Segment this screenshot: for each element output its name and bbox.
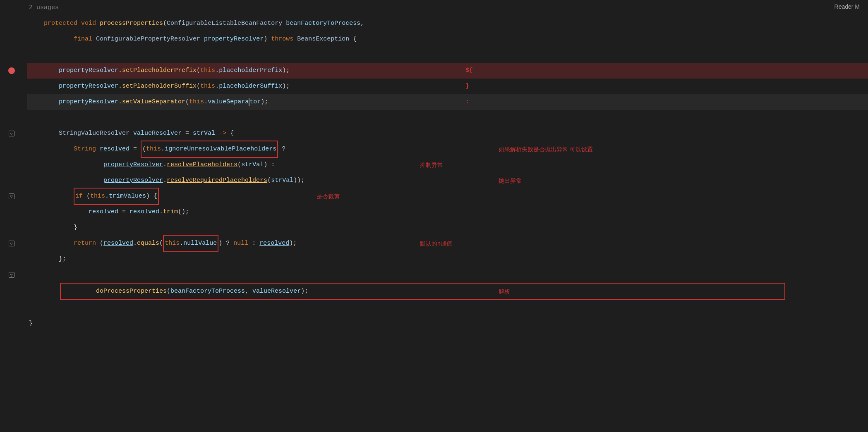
gutter-line-15	[0, 220, 23, 236]
gutter: ▽ ▽ ▽ ▽	[0, 0, 23, 432]
gutter-fold-2[interactable]: ▽	[0, 189, 23, 204]
set-separator-fn: setValueSeparator	[122, 94, 185, 110]
dot3: .	[118, 79, 122, 94]
gutter-line-17	[0, 251, 23, 267]
brace-open: {	[349, 31, 357, 47]
this3: this	[189, 94, 204, 110]
gutter-fold-1[interactable]: ▽	[0, 126, 23, 141]
dot7: .	[161, 146, 165, 153]
dot11: .	[159, 204, 163, 220]
space1	[282, 16, 286, 31]
paren-close5: ));	[293, 173, 305, 189]
dot2: .	[215, 63, 219, 79]
fold-icon-4[interactable]: ▽	[9, 272, 14, 278]
indent11	[29, 220, 74, 236]
colon-annotation: :	[465, 94, 469, 110]
value-separator: valueSepara	[208, 94, 249, 110]
indent14	[66, 284, 96, 299]
fold-icon-2[interactable]: ▽	[9, 193, 14, 199]
gutter-breakpoint[interactable]	[0, 63, 23, 79]
breakpoint-dot	[8, 67, 15, 74]
set-suffix-fn: setPlaceholderSuffix	[122, 79, 197, 94]
gutter-line-10	[0, 141, 23, 157]
fold-icon-3[interactable]: ▽	[9, 241, 14, 246]
type2: ConfigurablePropertyResolver	[96, 31, 200, 47]
param1: beanFactoryToProcess	[286, 16, 360, 31]
gutter-line-2	[0, 16, 23, 31]
code-line-close-if: }	[27, 220, 868, 236]
ignore-field: ignoreUnresolvablePlaceholders	[165, 146, 276, 153]
gutter-line-19	[0, 283, 23, 298]
string-type: String	[74, 141, 100, 157]
fold-icon-1[interactable]: ▽	[9, 131, 14, 136]
indent12	[29, 236, 74, 251]
gutter-line-12	[0, 173, 23, 189]
code-line-empty2	[27, 110, 868, 126]
str-val-2: strVal	[271, 173, 293, 189]
gutter-line-14	[0, 204, 23, 220]
paren-close7: ) ?	[218, 236, 233, 251]
colon-ternary: :	[248, 236, 259, 251]
dot9: .	[163, 173, 167, 189]
gutter-fold-4[interactable]: ▽	[0, 267, 23, 283]
placeholder-prefix: placeholderPrefix	[219, 63, 282, 79]
prop-resolver-2: propertyResolver	[59, 79, 118, 94]
dot4: .	[215, 79, 219, 94]
close-lambda: };	[59, 251, 66, 267]
code-area: 2 usages protected void processPropertie…	[23, 0, 868, 432]
gutter-line-24	[0, 361, 23, 377]
paren-close6: ) {	[146, 193, 157, 200]
trim-values-box: if (this.trimValues) {	[74, 188, 159, 205]
assign3: =	[118, 204, 129, 220]
gutter-line-1	[0, 0, 23, 16]
indent2	[29, 63, 59, 79]
paren-close4: ) :	[264, 157, 275, 173]
comma1: ,	[360, 16, 364, 31]
trim-annotation: 是否裁剪	[317, 189, 340, 204]
paren6: (	[267, 173, 271, 189]
comma2: ,	[245, 284, 252, 299]
close-brace-annotation: }	[465, 79, 469, 94]
type1: ConfigurableListableBeanFactory	[167, 16, 282, 31]
indent7	[29, 157, 103, 173]
null-value-field: nullValue	[183, 240, 217, 247]
code-line-separator: propertyResolver.setValueSeparator(this.…	[27, 94, 868, 110]
prop-resolver-4: propertyResolver	[103, 157, 163, 173]
editor-container: Reader M ▽ ▽	[0, 0, 868, 432]
code-line-usages: 2 usages	[27, 0, 868, 16]
prop-resolver-1: propertyResolver	[59, 63, 118, 79]
code-line-close-lambda: };	[27, 251, 868, 267]
code-line-resolved-decl: String resolved = (this.ignoreUnresolvab…	[27, 141, 868, 157]
placeholder-suffix: placeholderSuffix	[219, 79, 282, 94]
space4	[215, 126, 219, 141]
paren2: (	[197, 79, 200, 94]
space3	[129, 126, 133, 141]
resolve-required-fn: resolveRequiredPlaceholders	[167, 173, 267, 189]
paren1: (	[197, 63, 200, 79]
method-name: processProperties	[100, 16, 163, 31]
indent5	[29, 126, 59, 141]
indent4	[29, 94, 59, 110]
value-resolver-var: valueResolver	[133, 126, 182, 141]
gutter-fold-3[interactable]: ▽	[0, 236, 23, 251]
close-method: }	[29, 316, 33, 332]
paren-close2: );	[282, 79, 290, 94]
null-kw: null	[233, 236, 248, 251]
code-line-empty3	[27, 267, 868, 283]
protected-kw: protected	[29, 16, 81, 31]
null-value-box: this.nullValue	[163, 235, 218, 252]
paren-close9: );	[301, 284, 308, 299]
code-line-prefix: propertyResolver.setPlaceholderPrefix(th…	[27, 63, 868, 79]
gutter-line-11	[0, 157, 23, 173]
code-line-trim-call: resolved = resolved.trim();	[27, 204, 868, 220]
indent9	[29, 189, 74, 204]
gutter-line-22	[0, 330, 23, 346]
resolved-var-2: resolved	[89, 204, 118, 220]
this5: this	[90, 193, 105, 200]
dot13: .	[180, 240, 183, 247]
assign2: =	[129, 141, 141, 157]
code-line-close-method: }	[27, 316, 868, 332]
value-resolver-param: valueResolver	[252, 284, 301, 299]
equals-fn: equals	[137, 236, 159, 251]
gutter-line-23	[0, 346, 23, 361]
